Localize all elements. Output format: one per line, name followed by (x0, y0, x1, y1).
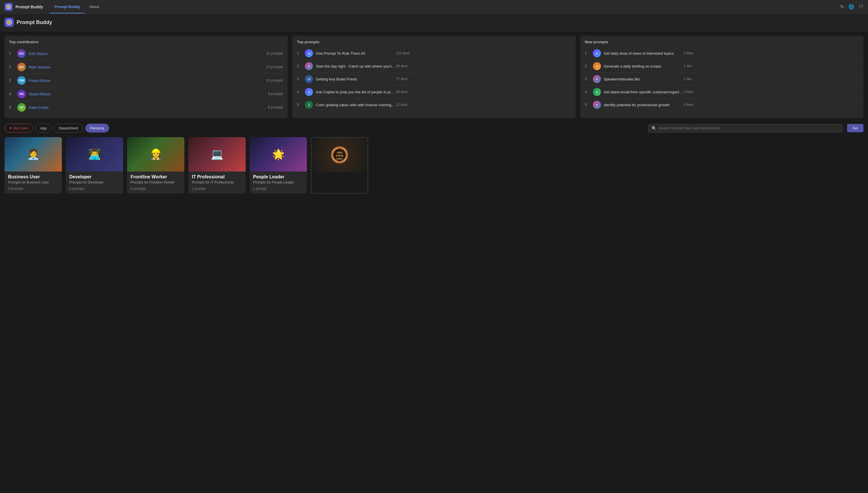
new-prompts-list: 1 ✦ Get daily dose of news of interested… (585, 47, 859, 111)
add-your-own-card[interactable]: ADD YOUR OWN (311, 137, 368, 194)
top-contributors-card: Top contributors 1 EO Erik Olsson 15 pro… (5, 36, 288, 118)
new-prompt-title: Speaker/Attendee Bio (604, 77, 684, 81)
top-nav: Prompt Buddy Prompt Buddy About ↻ 🌐 🛡 (0, 0, 868, 14)
filter-bar: ♥ My Likes App Department Persona 🔍 Go (5, 124, 863, 132)
new-prompt-likes: 0 likes (684, 90, 694, 94)
contributor-row[interactable]: 3 FW Freya Wilson 10 prompts (9, 74, 283, 87)
prompt-rank: 1 (297, 51, 302, 55)
new-prompt-row[interactable]: 1 ✦ Get daily dose of news of interested… (585, 47, 859, 60)
nav-tab-prompt-buddy[interactable]: Prompt Buddy (50, 0, 85, 14)
new-prompt-icon: ✦ (593, 49, 601, 57)
new-prompt-likes: 0 likes (684, 51, 694, 55)
filter-persona[interactable]: Persona (85, 124, 109, 132)
persona-count: 1 prompt (192, 187, 242, 191)
prompt-icon: W (305, 75, 313, 83)
persona-card-business-user[interactable]: 🧑‍💼 Business User Prompts for Business U… (5, 137, 62, 194)
persona-card-it-professional[interactable]: 💻 IT Professional Prompts for IT Profess… (188, 137, 246, 194)
globe-icon[interactable]: 🌐 (848, 4, 854, 9)
contributor-name: Katie Foster (29, 105, 268, 110)
nav-tab-about[interactable]: About (85, 0, 104, 14)
persona-emoji: 👨‍💻 (66, 137, 123, 171)
contributor-meta: 12 prompts (266, 65, 283, 69)
prompt-row[interactable]: 2 ✦ Start the day right - Catch up with … (297, 60, 571, 73)
persona-count: 0 prompts (131, 187, 181, 191)
persona-name: Business User (8, 174, 59, 179)
persona-count: 0 prompts (8, 187, 59, 191)
persona-card-body: Business User Prompts for Business User … (5, 171, 62, 194)
new-prompt-title: Get daily dose of news of interested top… (604, 51, 684, 56)
prompt-likes: 99 likes (396, 64, 408, 68)
search-icon: 🔍 (652, 126, 656, 131)
avatar: MJ (17, 63, 26, 71)
prompt-rank: 5 (297, 103, 302, 107)
add-own-image: ADD YOUR OWN (311, 138, 368, 172)
prompt-row[interactable]: 4 ✦ Ask Copilot to prep you the list of … (297, 86, 571, 99)
avatar: KF (17, 103, 26, 112)
contributor-name: Erik Olsson (29, 51, 266, 56)
new-prompt-row[interactable]: 2 ✦ Generate a daily briefing on a topic… (585, 60, 859, 73)
persona-card-body: Frontline Worker Prompts for Frontline W… (127, 171, 185, 194)
heart-icon: ♥ (9, 126, 12, 130)
prompt-likes: 66 likes (396, 90, 408, 94)
main-content: Top contributors 1 EO Erik Olsson 15 pro… (0, 31, 868, 198)
new-prompt-rank: 3 (585, 77, 590, 81)
persona-desc: Prompts for IT Professional (192, 180, 242, 185)
contributor-name: Matt Jackson (29, 65, 266, 69)
persona-card-developer[interactable]: 👨‍💻 Developer Prompts for Developer 0 pr… (66, 137, 123, 194)
new-prompt-row[interactable]: 5 ✦ Identify potential for professional … (585, 99, 859, 111)
persona-name: People Leader (253, 174, 303, 179)
contributor-meta: 8 prompts (268, 105, 283, 109)
add-own-starburst: ADD YOUR OWN (311, 138, 368, 172)
shield-icon[interactable]: 🛡 (859, 4, 863, 9)
prompt-title: Color grading value cells with inverse c… (316, 103, 396, 107)
prompt-title: Ask Copilot to prep you the list of peop… (316, 90, 396, 94)
persona-card-people-leader[interactable]: 🌟 People Leader Prompts for People Leade… (249, 137, 307, 194)
contributor-row[interactable]: 4 SR Stuart Ridout 9 prompts (9, 87, 283, 101)
prompt-icon: X (305, 101, 313, 109)
new-prompt-rank: 4 (585, 90, 590, 94)
new-prompt-likes: 1 like (684, 77, 692, 81)
contributor-row[interactable]: 2 MJ Matt Jackson 12 prompts (9, 60, 283, 74)
new-prompt-row[interactable]: 4 ✦ Get latest email from specific custo… (585, 86, 859, 99)
top-prompts-list: 1 ✦ One Prompt To Rule Them All 122 like… (297, 47, 571, 111)
prompt-icon: ✦ (305, 49, 313, 57)
go-button[interactable]: Go (847, 124, 863, 132)
page-header: Prompt Buddy (0, 14, 868, 31)
contributor-meta: 15 prompts (266, 51, 283, 56)
filter-my-likes[interactable]: ♥ My Likes (5, 124, 33, 132)
prompt-rank: 2 (297, 64, 302, 68)
refresh-icon[interactable]: ↻ (840, 4, 844, 9)
contributor-meta: 9 prompts (268, 92, 283, 96)
persona-card-body: Developer Prompts for Developer 0 prompt… (66, 171, 123, 194)
contributor-rank: 2 (9, 65, 14, 69)
top-prompts-card: Top prompts 1 ✦ One Prompt To Rule Them … (292, 36, 576, 118)
nav-logo (5, 3, 13, 11)
filter-app[interactable]: App (35, 124, 51, 132)
persona-emoji: 🌟 (249, 137, 307, 171)
persona-card-body: People Leader Prompts for People Leader … (249, 171, 307, 194)
new-prompt-row[interactable]: 3 ✦ Speaker/Attendee Bio 1 like (585, 73, 859, 86)
new-prompt-rank: 5 (585, 103, 590, 107)
prompt-rank: 4 (297, 90, 302, 94)
svg-text:ADD: ADD (337, 151, 342, 154)
nav-app-name: Prompt Buddy (16, 5, 43, 9)
persona-name: Frontline Worker (131, 174, 181, 179)
new-prompt-rank: 1 (585, 51, 590, 55)
prompt-row[interactable]: 3 W Getting Key Bullet Points 77 likes (297, 73, 571, 86)
persona-card-body: IT Professional Prompts for IT Professio… (188, 171, 246, 194)
persona-name: IT Professional (192, 174, 242, 179)
contributor-row[interactable]: 5 KF Katie Foster 8 prompts (9, 101, 283, 114)
prompt-row[interactable]: 1 ✦ One Prompt To Rule Them All 122 like… (297, 47, 571, 60)
contributor-name: Stuart Ridout (29, 92, 268, 96)
persona-desc: Prompts for Developer (69, 180, 120, 185)
avatar: SR (17, 90, 26, 98)
search-input[interactable] (659, 126, 839, 130)
prompt-row[interactable]: 5 X Color grading value cells with inver… (297, 99, 571, 111)
persona-image: 👷 (127, 137, 185, 171)
filter-department[interactable]: Department (54, 124, 83, 132)
new-prompt-rank: 2 (585, 64, 590, 68)
contributor-row[interactable]: 1 EO Erik Olsson 15 prompts (9, 47, 283, 60)
new-prompt-icon: ✦ (593, 62, 601, 70)
new-prompt-icon: ✦ (593, 101, 601, 109)
persona-card-frontline-worker[interactable]: 👷 Frontline Worker Prompts for Frontline… (127, 137, 185, 194)
